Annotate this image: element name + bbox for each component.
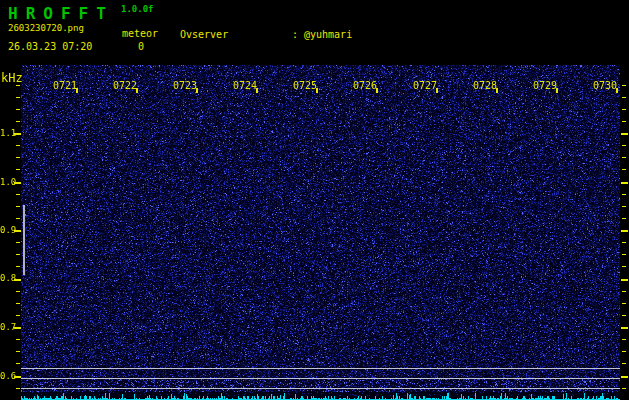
time-axis-label: 0727	[412, 80, 438, 91]
axis-tick	[16, 218, 20, 219]
axis-tick	[16, 291, 20, 292]
axis-tick	[14, 376, 21, 378]
axis-tick	[136, 88, 138, 93]
axis-tick	[16, 194, 20, 195]
freq-axis-label: 0.8	[0, 272, 16, 284]
time-axis-label: 0721	[52, 80, 78, 91]
axis-tick	[16, 145, 20, 146]
axis-tick	[14, 279, 21, 281]
app-version: 1.0.0f	[121, 4, 154, 14]
detection-band-marker	[23, 205, 25, 275]
axis-tick	[622, 109, 626, 110]
info-row-observer: Ovserver : @yuhmari	[180, 28, 551, 41]
hrofft-screen: HROFFT 1.0.0f 2603230720.png 26.03.23 07…	[0, 0, 629, 400]
axis-tick	[196, 88, 198, 93]
time-axis-label: 0730	[592, 80, 618, 91]
axis-tick	[622, 218, 626, 219]
axis-tick	[14, 182, 21, 184]
signal-strip-canvas	[21, 392, 620, 400]
axis-tick	[16, 351, 20, 352]
axis-tick	[622, 351, 626, 352]
axis-tick	[621, 376, 628, 378]
axis-tick	[622, 254, 626, 255]
axis-tick	[14, 327, 21, 329]
axis-tick	[621, 279, 628, 281]
axis-tick	[622, 266, 626, 267]
axis-tick	[622, 157, 626, 158]
axis-tick	[622, 121, 626, 122]
axis-tick	[16, 169, 20, 170]
axis-tick	[621, 230, 628, 232]
time-axis-label: 0726	[352, 80, 378, 91]
time-axis-label: 0723	[172, 80, 198, 91]
axis-tick	[436, 88, 438, 93]
meteor-counter-label: meteor	[122, 28, 158, 39]
axis-tick	[622, 315, 626, 316]
date-time: 26.03.23 07:20	[8, 41, 92, 52]
axis-tick	[616, 88, 618, 93]
time-axis-label: 0728	[472, 80, 498, 91]
axis-tick	[622, 388, 626, 389]
freq-axis-unit: kHz	[1, 71, 23, 85]
axis-tick	[496, 88, 498, 93]
axis-tick	[16, 388, 20, 389]
axis-tick	[622, 303, 626, 304]
axis-tick	[76, 88, 78, 93]
axis-tick	[16, 206, 20, 207]
axis-tick	[622, 206, 626, 207]
axis-tick	[622, 194, 626, 195]
axis-tick	[256, 88, 258, 93]
info-separator: :	[292, 28, 304, 41]
spectrogram-canvas	[21, 65, 620, 392]
axis-tick	[621, 133, 628, 135]
axis-tick	[622, 97, 626, 98]
time-axis-label: 0725	[292, 80, 318, 91]
carrier-reference-line	[21, 368, 620, 369]
axis-tick	[16, 97, 20, 98]
axis-tick	[14, 133, 21, 135]
axis-tick	[622, 242, 626, 243]
info-value: @yuhmari	[304, 28, 352, 41]
axis-tick	[16, 303, 20, 304]
axis-tick	[16, 315, 20, 316]
time-axis-label: 0729	[532, 80, 558, 91]
axis-tick	[16, 266, 20, 267]
axis-tick	[16, 85, 20, 86]
app-title: HROFFT	[8, 4, 114, 23]
axis-tick	[16, 254, 20, 255]
axis-tick	[622, 85, 626, 86]
axis-tick	[14, 230, 21, 232]
axis-tick	[376, 88, 378, 93]
axis-tick	[556, 88, 558, 93]
axis-tick	[16, 121, 20, 122]
axis-tick	[621, 327, 628, 329]
carrier-reference-line	[21, 378, 620, 379]
output-filename: 2603230720.png	[8, 23, 84, 33]
axis-tick	[622, 169, 626, 170]
axis-tick	[622, 363, 626, 364]
meteor-counter-value: 0	[138, 41, 144, 52]
axis-tick	[16, 242, 20, 243]
axis-tick	[622, 145, 626, 146]
axis-tick	[622, 291, 626, 292]
axis-tick	[16, 339, 20, 340]
time-axis-label: 0722	[112, 80, 138, 91]
time-axis-label: 0724	[232, 80, 258, 91]
axis-tick	[16, 363, 20, 364]
axis-tick	[16, 109, 20, 110]
axis-tick	[621, 182, 628, 184]
axis-tick	[622, 339, 626, 340]
axis-tick	[16, 157, 20, 158]
info-label: Ovserver	[180, 28, 292, 41]
axis-tick	[316, 88, 318, 93]
carrier-reference-line	[21, 388, 620, 389]
